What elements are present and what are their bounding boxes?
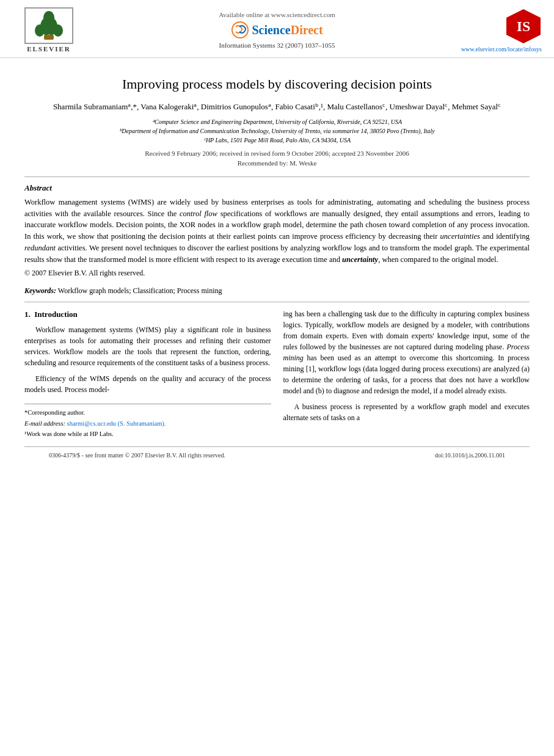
sd-text: ScienceDirect — [252, 23, 323, 37]
footnote-corresponding: *Corresponding author. — [24, 408, 271, 418]
svg-point-2 — [35, 24, 45, 37]
col-right: ing has been a challenging task due to t… — [283, 308, 530, 440]
elsevier-locate-link[interactable]: www.elsevier.com/locate/infosys — [461, 46, 542, 53]
is-logo-container: IS — [505, 8, 542, 45]
affiliation-a: ᵃComputer Science and Engineering Depart… — [24, 117, 530, 126]
received-line: Received 9 February 2006; received in re… — [24, 150, 530, 157]
abstract-section: Abstract Workflow management systems (Wf… — [24, 183, 530, 278]
header-right: IS www.elsevier.com/locate/infosys — [468, 8, 542, 53]
section1-title: Introduction — [34, 310, 78, 319]
footnote-email: E-mail address: sharmi@cs.ucr.edu (S. Su… — [24, 419, 271, 429]
section1-heading: 1. Introduction — [24, 308, 271, 321]
svg-point-3 — [53, 24, 63, 37]
two-column-body: 1. Introduction Workflow management syst… — [24, 308, 530, 440]
affiliation-c: ᶜHP Labs, 1501 Page Mill Road, Palo Alto… — [24, 136, 530, 145]
elsevier-logo-area: ELSEVIER — [12, 7, 86, 53]
section1-right-para2: A business process is represented by a w… — [283, 401, 530, 423]
section1-para2: Efficiency of the WfMS depends on the qu… — [24, 373, 271, 395]
footnote-1: ¹Work was done while at HP Labs. — [24, 429, 271, 439]
keywords-label: Keywords: — [24, 286, 56, 295]
author-list: Sharmila Subramaniamᵃ,*, Vana Kalogeraki… — [53, 102, 501, 111]
available-online-text: Available online at www.sciencedirect.co… — [92, 11, 462, 18]
bottom-bar: 0306-4379/$ - see front matter © 2007 El… — [24, 446, 530, 463]
affiliation-b: ᵇDepartment of Information and Communica… — [24, 126, 530, 136]
page: ELSEVIER Available online at www.science… — [0, 0, 554, 756]
header-center: Available online at www.sciencedirect.co… — [86, 11, 468, 49]
issn-text: 0306-4379/$ - see front matter © 2007 El… — [49, 452, 225, 459]
svg-point-4 — [43, 11, 54, 24]
section1-para1: Workflow management systems (WfMS) play … — [24, 324, 271, 368]
email-label: E-mail address: — [24, 420, 65, 427]
elsevier-text: ELSEVIER — [27, 45, 71, 53]
keywords: Keywords: Workflow graph models; Classif… — [24, 286, 530, 296]
col-left: 1. Introduction Workflow management syst… — [24, 308, 271, 440]
sciencedirect-logo: ScienceDirect — [92, 21, 462, 39]
section1-right-para1: ing has been a challenging task due to t… — [283, 308, 530, 396]
section1-number: 1. — [24, 310, 31, 319]
abstract-text: Workflow management systems (WfMS) are w… — [24, 197, 530, 266]
recommended-line: Recommended by: M. Weske — [24, 159, 530, 167]
divider-1 — [24, 176, 530, 177]
affiliations: ᵃComputer Science and Engineering Depart… — [24, 117, 530, 145]
footnotes: *Corresponding author. E-mail address: s… — [24, 404, 271, 439]
header: ELSEVIER Available online at www.science… — [0, 0, 554, 58]
journal-info: Information Systems 32 (2007) 1037–1055 — [92, 42, 462, 49]
elsevier-logo-box — [24, 7, 73, 44]
svg-rect-6 — [44, 35, 54, 40]
svg-text:IS: IS — [517, 18, 531, 34]
keywords-values: Workflow graph models; Classification; P… — [58, 286, 222, 295]
authors: Sharmila Subramaniamᵃ,*, Vana Kalogeraki… — [24, 101, 530, 114]
abstract-title: Abstract — [24, 183, 530, 193]
main-content: Improving process models by discovering … — [0, 58, 554, 476]
elsevier-logo: ELSEVIER — [12, 7, 86, 53]
copyright: © 2007 Elsevier B.V. All rights reserved… — [24, 269, 530, 278]
article-title: Improving process models by discovering … — [24, 76, 530, 92]
divider-2 — [24, 302, 530, 302]
doi-text: doi:10.1016/j.is.2006.11.001 — [435, 452, 505, 459]
email-link[interactable]: sharmi@cs.ucr.edu (S. Subramaniam). — [67, 420, 166, 427]
